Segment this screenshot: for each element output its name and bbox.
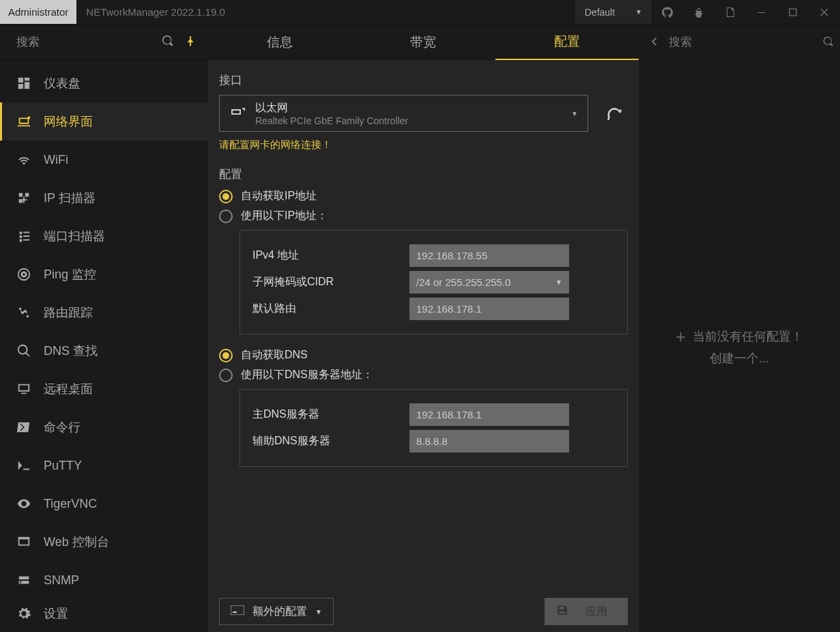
- back-icon[interactable]: [650, 37, 659, 48]
- gear-icon: [16, 606, 31, 621]
- empty-text-2: 创建一个...: [710, 350, 769, 367]
- putty-icon: [16, 458, 31, 473]
- sidebar-item-network-interface[interactable]: 网络界面: [0, 102, 208, 141]
- right-panel: + + 当前没有任何配置！ 创建一个...: [639, 25, 840, 632]
- chevron-down-icon: ▼: [555, 278, 562, 286]
- radio-dns-manual[interactable]: 使用以下DNS服务器地址：: [219, 368, 628, 382]
- radio-ip-manual[interactable]: 使用以下IP地址：: [219, 209, 628, 223]
- dashboard-icon: [16, 76, 31, 91]
- minimize-icon[interactable]: [746, 0, 777, 24]
- svg-rect-0: [758, 12, 765, 13]
- sidebar-item-label: 远程桌面: [44, 381, 93, 397]
- svg-rect-2: [231, 605, 244, 615]
- search-icon[interactable]: [162, 35, 174, 49]
- content: 信息 带宽 配置 接口 以太网 Realtek PCIe GbE Family …: [208, 25, 639, 632]
- powershell-icon: [16, 420, 31, 435]
- sidebar-item-dns[interactable]: DNS 查找: [0, 332, 208, 370]
- sidebar-item-label: IP 扫描器: [44, 190, 96, 206]
- sidebar-item-port-scanner[interactable]: 端口扫描器: [0, 217, 208, 255]
- svg-rect-3: [233, 612, 237, 613]
- sidebar-item-snmp[interactable]: SNMP: [0, 561, 208, 594]
- dns-icon: [16, 343, 31, 358]
- refresh-button[interactable]: [600, 100, 628, 127]
- sidebar-item-ping[interactable]: Ping 监控: [0, 255, 208, 293]
- wifi-icon: [16, 152, 31, 167]
- apply-button[interactable]: 应用: [545, 598, 628, 625]
- network-interface-icon: [16, 114, 31, 129]
- radio-icon: [219, 190, 233, 203]
- radio-icon: [219, 210, 233, 223]
- ip-scanner-icon: [16, 190, 31, 205]
- sidebar-item-label: Web 控制台: [44, 534, 109, 550]
- traceroute-icon: [16, 305, 31, 320]
- sidebar-search: [0, 25, 208, 60]
- ipv4-label: IPv4 地址: [252, 248, 409, 263]
- sidebar-item-putty[interactable]: PuTTY: [0, 446, 208, 485]
- empty-text-1: 当前没有任何配置！: [693, 328, 803, 345]
- radio-icon: [219, 349, 233, 362]
- chevron-down-icon: ▼: [635, 8, 642, 16]
- right-search-row: +: [639, 25, 840, 60]
- right-empty-state: + 当前没有任何配置！ 创建一个...: [639, 60, 840, 632]
- sidebar-item-ip-scanner[interactable]: IP 扫描器: [0, 179, 208, 217]
- docs-icon[interactable]: [714, 0, 746, 24]
- ip-form: IPv4 地址 子网掩码或CIDR /24 or 255.255.255.0 ▼…: [240, 230, 628, 334]
- sidebar-item-powershell[interactable]: 命令行: [0, 408, 208, 446]
- sidebar-item-traceroute[interactable]: 路由跟踪: [0, 293, 208, 332]
- radio-label: 使用以下IP地址：: [241, 209, 328, 223]
- bottom-bar: 额外的配置 ▼ 应用: [208, 591, 639, 632]
- ipv4-input[interactable]: [409, 244, 569, 267]
- profile-dropdown[interactable]: Default ▼: [575, 0, 652, 24]
- dns-form: 主DNS服务器 辅助DNS服务器: [240, 389, 628, 467]
- chevron-down-icon: ▼: [315, 608, 322, 616]
- close-icon[interactable]: [809, 0, 840, 24]
- tab-config[interactable]: 配置: [495, 25, 639, 60]
- settings-button[interactable]: 设置: [0, 594, 208, 632]
- sidebar-item-tigervnc[interactable]: TigerVNC: [0, 485, 208, 523]
- gateway-input[interactable]: [409, 298, 569, 320]
- ping-icon: [16, 267, 31, 282]
- gateway-label: 默认路由: [252, 302, 409, 316]
- sidebar-item-label: 路由跟踪: [44, 304, 93, 321]
- sidebar-item-label: 端口扫描器: [44, 228, 105, 244]
- apply-label: 应用: [585, 605, 607, 619]
- sidebar-item-label: Ping 监控: [44, 266, 96, 283]
- tab-info[interactable]: 信息: [208, 25, 351, 60]
- snmp-icon: [16, 573, 31, 588]
- radio-icon: [219, 369, 233, 382]
- interface-dropdown[interactable]: 以太网 Realtek PCIe GbE Family Controller ▼: [219, 95, 588, 132]
- warning-text: 请配置网卡的网络连接！: [219, 139, 628, 152]
- tigervnc-icon: [16, 496, 31, 511]
- sidebar-item-webconsole[interactable]: Web 控制台: [0, 523, 208, 561]
- settings-label: 设置: [44, 605, 68, 622]
- svg-rect-1: [790, 9, 796, 16]
- radio-dns-auto[interactable]: 自动获取DNS: [219, 348, 628, 362]
- github-icon[interactable]: [652, 0, 683, 24]
- search-icon[interactable]: [823, 36, 834, 49]
- save-icon: [555, 603, 569, 620]
- sidebar-item-dashboard[interactable]: 仪表盘: [0, 64, 208, 102]
- search-input[interactable]: [16, 35, 162, 49]
- app-title: NETworkManager 2022.1.19.0: [86, 6, 225, 18]
- dns2-input[interactable]: [409, 430, 569, 453]
- plus-icon[interactable]: +: [676, 326, 686, 347]
- sidebar-item-wifi[interactable]: WiFi: [0, 141, 208, 179]
- maximize-icon[interactable]: [777, 0, 809, 24]
- interface-text: 以太网 Realtek PCIe GbE Family Controller: [255, 101, 408, 126]
- bug-icon[interactable]: [683, 0, 714, 24]
- nav-list: 仪表盘 网络界面 WiFi IP 扫描器 端口扫描器 Ping 监控 路由跟踪 …: [0, 60, 208, 594]
- extra-config-button[interactable]: 额外的配置 ▼: [219, 598, 334, 625]
- webconsole-icon: [16, 534, 31, 549]
- sidebar-item-rdp[interactable]: 远程桌面: [0, 370, 208, 408]
- pin-icon[interactable]: [185, 35, 196, 48]
- tabs: 信息 带宽 配置: [208, 25, 639, 60]
- subnet-combo[interactable]: /24 or 255.255.255.0 ▼: [409, 271, 569, 293]
- radio-label: 使用以下DNS服务器地址：: [241, 368, 373, 382]
- sidebar-item-label: PuTTY: [44, 459, 82, 473]
- sidebar: 仪表盘 网络界面 WiFi IP 扫描器 端口扫描器 Ping 监控 路由跟踪 …: [0, 25, 208, 632]
- dns1-input[interactable]: [409, 403, 569, 426]
- tab-bandwidth[interactable]: 带宽: [351, 25, 495, 60]
- sidebar-item-label: TigerVNC: [44, 497, 97, 511]
- radio-ip-auto[interactable]: 自动获取IP地址: [219, 189, 628, 203]
- right-search-input[interactable]: [669, 35, 813, 49]
